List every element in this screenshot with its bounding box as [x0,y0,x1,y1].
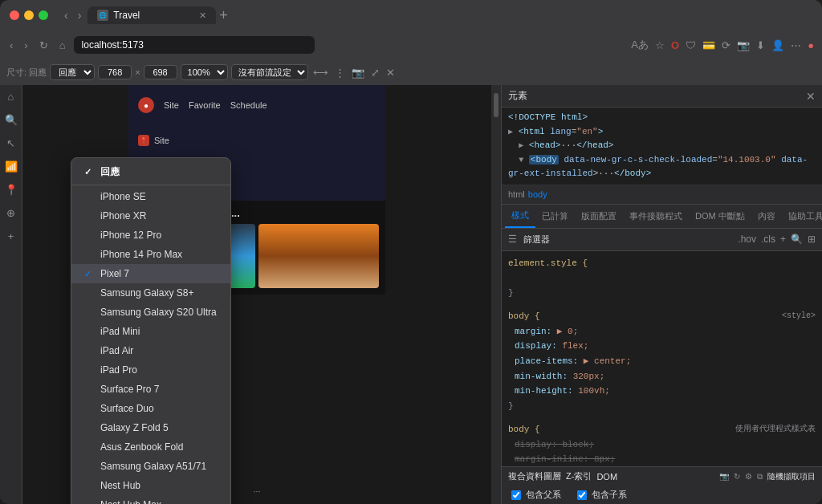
css-prop-min-height[interactable]: min-height: [515,386,573,396]
throttle-select[interactable]: 沒有節流設定 [231,64,308,80]
nav-back-button[interactable]: ‹ [6,38,16,53]
home-button[interactable]: ⌂ [56,38,69,53]
translate-icon[interactable]: Aあ [629,36,650,54]
device-dropdown-trigger[interactable]: 回應 [50,64,95,80]
dropdown-nest-hub[interactable]: Nest Hub [71,476,230,495]
new-tab-button[interactable]: + [219,7,228,24]
nav-forward-button[interactable]: › [21,38,31,53]
add-css-tab[interactable]: + [780,234,786,245]
css-selector-element: element.style { [508,258,588,268]
address-input[interactable] [74,36,315,54]
wallet-icon[interactable]: 💳 [701,38,717,53]
forward-button[interactable]: › [75,7,85,23]
scrollbar-thumb[interactable] [494,93,498,117]
tab-dom-breakpoints[interactable]: DOM 中斷點 [689,205,751,227]
dropdown-iphone-xr[interactable]: iPhone XR [71,206,230,226]
dropdown-label-galaxy-s8: Samsung Galaxy S8+ [100,287,193,299]
close-button[interactable] [10,10,19,20]
extensions-icon[interactable]: ⋯ [789,38,803,53]
vpn-icon[interactable]: 🛡 [684,38,698,53]
dropdown-iphone-se[interactable]: iPhone SE [71,187,230,206]
dropdown-iphone-12[interactable]: iPhone 12 Pro [71,226,230,245]
include-parent-checkbox[interactable] [511,490,521,500]
sidebar-site-item[interactable]: 📍 Site [135,132,379,149]
css-prop-min-width[interactable]: min-width: [515,372,568,381]
tab-accessibility[interactable]: 協助工具 [782,205,822,227]
dropdown-responsive-item[interactable]: ✓ 回應 [71,161,230,183]
close-responsive-icon[interactable]: ✕ [385,65,397,80]
html-tag-head[interactable]: ▶ <head>···</head> [508,139,816,153]
active-tab[interactable]: 🌐 Travel ✕ [87,6,216,24]
css-prop-place-items[interactable]: place-items: [515,356,578,366]
reload-button[interactable]: ↻ [36,38,51,53]
screenshot-icon[interactable]: 📷 [350,65,366,80]
dropdown-ipad-mini[interactable]: iPad Mini [71,322,230,341]
fullscreen-icon[interactable]: ⤢ [369,65,381,80]
html-tag-html[interactable]: ▶ <html lang="en"> [508,125,816,140]
capture-label[interactable]: 隨機擷取項目 [767,471,816,482]
z-index-btn[interactable]: Z-索引 [566,470,592,482]
css-selector-body-1: body { [508,309,540,324]
inspect-icon-2[interactable]: 🔍 [791,234,803,245]
nav-item-site[interactable]: Site [164,100,179,110]
device-dropdown-menu: ✓ 回應 iPhone SE iPhone XR iPhone 12 P [71,157,231,504]
dropdown-galaxy-s20[interactable]: Samsung Galaxy S20 Ultra [71,303,230,322]
rotate-icon[interactable]: ⟷ [311,65,330,80]
dropdown-asus-zenbook[interactable]: Asus Zenbook Fold [71,437,230,457]
tab-styles[interactable]: 樣式 [505,205,535,228]
snap-icon[interactable]: 📷 [735,38,751,53]
nav-item-favorite[interactable]: Favorite [189,100,221,110]
minimize-button[interactable] [24,10,34,20]
cursor-icon[interactable]: ↖ [4,135,18,152]
dropdown-ipad-pro[interactable]: iPad Pro [71,360,230,380]
dropdown-pixel-7[interactable]: ✓ Pixel 7 [71,264,230,283]
scroll-more[interactable]: ··· [251,485,262,498]
bookmark-icon[interactable]: ☆ [653,38,666,53]
more-options-icon[interactable]: ⋮ [333,65,347,80]
zoom-select[interactable]: 100% [181,64,228,80]
dropdown-nest-hub-max[interactable]: Nest Hub Max [71,495,230,504]
sensors-icon[interactable]: ⊕ [4,205,18,222]
history-icon[interactable]: ⟳ [720,38,732,53]
dropdown-galaxy-a51[interactable]: Samsung Galaxy A51/71 [71,457,230,476]
dropdown-iphone-14[interactable]: iPhone 14 Pro Max [71,245,230,264]
inspect-icon[interactable]: 🔍 [2,112,20,128]
tab-properties[interactable]: 內容 [751,205,782,227]
html-tag-body[interactable]: ▼ <body data-new-gr-c-s-check-loaded="14… [508,153,816,181]
dropdown-ipad-air[interactable]: iPad Air [71,341,230,360]
breadcrumb-html[interactable]: html [508,189,525,199]
wifi-icon[interactable]: 📶 [2,158,20,175]
css-prop-display[interactable]: display: [515,341,557,351]
devtools-close-button[interactable]: ✕ [806,90,816,103]
tab-event-listeners[interactable]: 事件接聽程式 [623,205,689,227]
composite-layers-btn[interactable]: 複合資料圖層 [508,470,561,482]
dom-btn[interactable]: DOM [596,472,617,482]
hover-css-tab[interactable]: .hov [738,234,756,245]
tab-close-button[interactable]: ✕ [199,10,206,21]
tab-computed[interactable]: 已計算 [535,205,575,227]
css-prop-margin[interactable]: margin: [515,327,551,336]
add-icon[interactable]: + [6,228,17,245]
dropdown-surface-duo[interactable]: Surface Duo [71,399,230,418]
width-input[interactable] [98,65,132,79]
maximize-button[interactable] [39,10,48,20]
location-icon[interactable]: 📍 [2,181,20,198]
cls-css-tab[interactable]: .cls [761,234,775,245]
check-icon: ✓ [84,167,94,177]
dropdown-surface-pro[interactable]: Surface Pro 7 [71,380,230,399]
height-input[interactable] [144,65,177,79]
dropdown-galaxy-fold[interactable]: Galaxy Z Fold 5 [71,418,230,437]
download-icon[interactable]: ⬇ [755,38,767,53]
dropdown-label-surface-pro: Surface Pro 7 [100,384,159,395]
layout-icon[interactable]: ⊞ [808,234,816,245]
back-button[interactable]: ‹ [61,7,71,23]
breadcrumb-body[interactable]: body [528,189,547,199]
include-children-checkbox[interactable] [577,490,587,500]
dropdown-galaxy-s8[interactable]: Samsung Galaxy S8+ [71,283,230,303]
css-source-1[interactable]: <style> [782,309,816,324]
profile-icon[interactable]: 👤 [770,38,786,53]
tab-layout[interactable]: 版面配置 [575,205,623,227]
css-source-ua[interactable]: 使用者代理程式樣式表 [735,422,816,437]
nav-item-schedule[interactable]: Schedule [230,100,267,110]
home-sidebar-icon[interactable]: ⌂ [6,88,17,105]
